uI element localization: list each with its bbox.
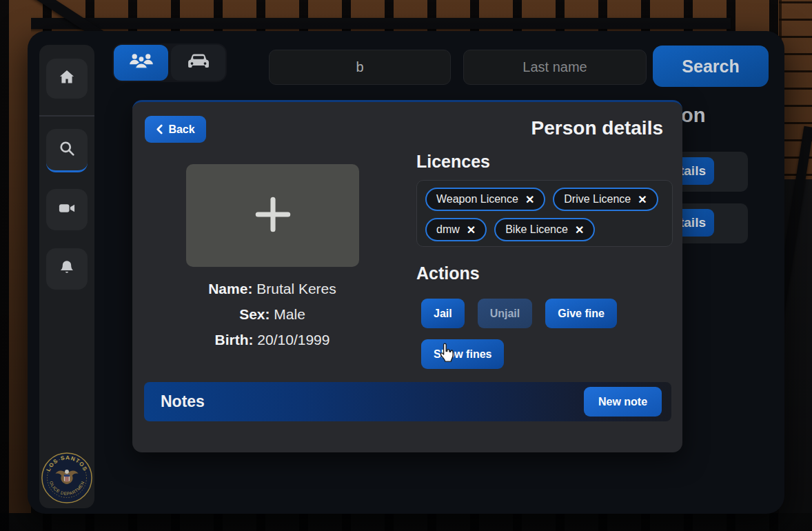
licence-chip-label: dmw	[436, 223, 460, 236]
sidebar-divider	[39, 115, 94, 117]
last-name-input[interactable]	[463, 50, 647, 85]
birth-value: 20/10/1999	[257, 332, 329, 348]
add-photo-placeholder[interactable]	[186, 164, 359, 267]
unjail-button[interactable]: Unjail	[478, 299, 533, 328]
sex-label: Sex:	[239, 306, 270, 322]
notes-bar: Notes New note	[144, 382, 671, 421]
search-icon	[57, 139, 77, 161]
person-birth-line: Birth: 20/10/1999	[134, 327, 410, 352]
sex-value: Male	[274, 306, 305, 322]
sidebar-item-home[interactable]	[46, 59, 88, 99]
licence-chip-label: Bike Licence	[505, 223, 568, 236]
people-icon	[128, 52, 154, 74]
notes-heading: Notes	[161, 392, 584, 411]
chevron-left-icon	[156, 124, 163, 134]
tab-vehicle-search[interactable]	[171, 45, 225, 81]
tab-person-search[interactable]	[114, 45, 168, 81]
licence-chip-label: Drive Licence	[564, 193, 631, 206]
licence-chip: dmw ✕	[425, 218, 487, 241]
car-icon	[185, 52, 212, 74]
video-camera-icon	[57, 199, 77, 221]
actions-row: Show fines	[421, 339, 504, 369]
actions-heading: Actions	[416, 263, 480, 283]
licence-chip: Drive Licence ✕	[553, 188, 658, 211]
person-details-panel: Back Person details Name: Brutal Keres S…	[132, 100, 682, 452]
sidebar-item-search[interactable]	[46, 129, 88, 172]
licence-chip: Bike Licence ✕	[494, 218, 595, 241]
bell-icon	[57, 258, 77, 280]
sidebar-item-notifications[interactable]	[46, 248, 88, 290]
remove-licence-icon[interactable]: ✕	[638, 193, 647, 206]
name-value: Brutal Keres	[256, 281, 336, 297]
jail-button[interactable]: Jail	[421, 299, 465, 328]
remove-licence-icon[interactable]: ✕	[525, 193, 534, 206]
licence-chip: Weapon Licence ✕	[425, 188, 545, 211]
sidebar: LOS SANTOS POLICE DEPARTMENT	[39, 45, 94, 508]
lspd-seal-logo: LOS SANTOS POLICE DEPARTMENT	[41, 452, 93, 504]
background-heading-fragment: on	[681, 104, 705, 127]
person-name-line: Name: Brutal Keres	[134, 276, 410, 301]
show-fines-button[interactable]: Show fines	[421, 339, 504, 369]
search-type-tabs	[112, 43, 227, 82]
birth-label: Birth:	[215, 332, 254, 348]
person-sex-line: Sex: Male	[134, 301, 410, 327]
remove-licence-icon[interactable]: ✕	[575, 223, 584, 237]
give-fine-button[interactable]: Give fine	[545, 299, 617, 328]
person-info: Name: Brutal Keres Sex: Male Birth: 20/1…	[134, 276, 410, 352]
search-button[interactable]: Search	[653, 46, 769, 87]
page-title: Person details	[531, 117, 663, 139]
name-label: Name:	[208, 281, 252, 297]
licences-list: Weapon Licence ✕ Drive Licence ✕ dmw ✕ B…	[416, 180, 673, 247]
licence-chip-label: Weapon Licence	[436, 193, 518, 206]
back-label: Back	[168, 123, 194, 136]
new-note-button[interactable]: New note	[584, 387, 662, 417]
remove-licence-icon[interactable]: ✕	[467, 223, 476, 237]
licences-heading: Licences	[416, 152, 490, 172]
mdt-tablet: LOS SANTOS POLICE DEPARTMENT	[28, 31, 784, 514]
back-button[interactable]: Back	[145, 116, 206, 143]
actions-row: Jail Unjail Give fine	[421, 299, 617, 328]
sidebar-item-camera[interactable]	[46, 189, 88, 230]
home-icon	[57, 68, 77, 90]
first-name-input[interactable]	[269, 50, 451, 85]
plus-icon	[252, 193, 294, 239]
